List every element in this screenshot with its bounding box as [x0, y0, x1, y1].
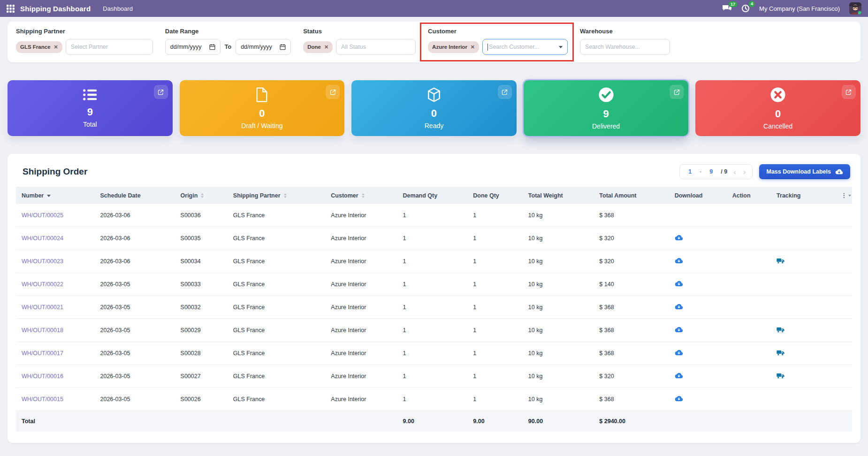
- status-input[interactable]: [336, 39, 416, 55]
- panel-title: Shipping Order: [23, 167, 87, 177]
- cell-origin: S00028: [175, 342, 228, 365]
- page-start[interactable]: 1: [685, 168, 694, 175]
- download-label-icon[interactable]: [675, 234, 683, 241]
- page-end[interactable]: 9: [707, 168, 716, 175]
- chevron-down-icon[interactable]: [559, 46, 563, 48]
- table-row[interactable]: WH/OUT/00017 2026-03-05 S00028 GLS Franc…: [16, 342, 852, 365]
- col-shipping-partner[interactable]: Shipping Partner: [228, 187, 325, 204]
- cell-schedule-date: 2026-03-05: [95, 296, 175, 319]
- external-link-icon[interactable]: [326, 85, 340, 99]
- col-demand-qty[interactable]: Demand Qty: [397, 187, 468, 204]
- stat-label: Cancelled: [763, 122, 792, 130]
- shipping-partner-input[interactable]: [66, 39, 153, 55]
- download-label-icon[interactable]: [675, 395, 683, 402]
- col-done-qty[interactable]: Done Qty: [467, 187, 523, 204]
- tracking-truck-icon[interactable]: [777, 327, 784, 333]
- col-download[interactable]: Download: [669, 187, 727, 204]
- filter-label: Customer: [428, 28, 568, 35]
- stat-card-delivered[interactable]: 9 Delivered: [524, 80, 689, 136]
- cell-schedule-date: 2026-03-05: [95, 273, 175, 296]
- tag-remove-icon[interactable]: ✕: [54, 44, 58, 50]
- mass-download-labels-button[interactable]: Mass Download Labels: [759, 164, 850, 179]
- avatar[interactable]: [849, 2, 861, 15]
- download-label-icon[interactable]: [675, 349, 683, 356]
- table-row[interactable]: WH/OUT/00015 2026-03-05 S00026 GLS Franc…: [16, 388, 852, 411]
- sort-icon: [201, 193, 204, 198]
- col-number[interactable]: Number: [16, 187, 95, 204]
- table-row[interactable]: WH/OUT/00021 2026-03-05 S00032 GLS Franc…: [16, 296, 852, 319]
- download-label-icon[interactable]: [675, 372, 683, 379]
- col-customer[interactable]: Customer: [325, 187, 397, 204]
- tag-customer[interactable]: Azure Interior ✕: [428, 41, 479, 53]
- total-amount: $ 2940.00: [594, 411, 669, 432]
- table-row[interactable]: WH/OUT/00016 2026-03-05 S00027 GLS Franc…: [16, 365, 852, 388]
- col-total-weight[interactable]: Total Weight: [523, 187, 594, 204]
- chevron-left-icon[interactable]: ‹: [732, 168, 737, 176]
- download-label-icon[interactable]: [675, 257, 683, 264]
- filter-warehouse: Warehouse: [580, 28, 670, 55]
- external-link-icon[interactable]: [842, 85, 856, 99]
- sort-desc-icon: [47, 195, 51, 197]
- stat-card-cancelled[interactable]: 0 Cancelled: [695, 80, 860, 136]
- order-number-link[interactable]: WH/OUT/00016: [22, 373, 63, 380]
- warehouse-input[interactable]: [580, 39, 670, 55]
- col-total-amount[interactable]: Total Amount: [594, 187, 669, 204]
- cell-done-qty: 1: [467, 388, 523, 411]
- tag-remove-icon[interactable]: ✕: [471, 44, 475, 50]
- date-to-input[interactable]: dd/mm/yyyy: [236, 39, 291, 55]
- external-link-icon[interactable]: [670, 85, 684, 99]
- cell-total-amount: $ 140: [594, 273, 669, 296]
- col-tracking[interactable]: Tracking: [771, 187, 835, 204]
- tracking-truck-icon[interactable]: [777, 258, 784, 264]
- cell-done-qty: 1: [467, 250, 523, 273]
- order-number-link[interactable]: WH/OUT/00021: [22, 304, 63, 311]
- order-number-link[interactable]: WH/OUT/00022: [22, 281, 63, 288]
- col-options-toggle[interactable]: ⋮: [835, 187, 852, 204]
- col-origin[interactable]: Origin: [175, 187, 228, 204]
- date-from-input[interactable]: dd/mm/yyyy: [165, 39, 221, 55]
- order-number-link[interactable]: WH/OUT/00015: [22, 396, 63, 403]
- order-number-link[interactable]: WH/OUT/00024: [22, 235, 63, 242]
- download-label-icon[interactable]: [675, 326, 683, 333]
- activities-button[interactable]: 4: [741, 4, 750, 13]
- table-row[interactable]: WH/OUT/00025 2026-03-06 S00036 GLS Franc…: [16, 204, 852, 227]
- tag-remove-icon[interactable]: ✕: [324, 44, 328, 50]
- cell-done-qty: 1: [467, 365, 523, 388]
- table-row[interactable]: WH/OUT/00022 2026-03-05 S00033 GLS Franc…: [16, 273, 852, 296]
- col-action[interactable]: Action: [727, 187, 771, 204]
- nav-dashboard[interactable]: Dashboard: [103, 5, 133, 12]
- download-label-icon[interactable]: [675, 280, 683, 287]
- tag-status[interactable]: Done ✕: [303, 41, 333, 53]
- cell-demand-qty: 1: [397, 273, 468, 296]
- stat-card-draft-waiting[interactable]: 0 Draft / Waiting: [180, 80, 345, 136]
- stat-card-total[interactable]: 9 Total: [8, 80, 173, 136]
- tag-shipping-partner[interactable]: GLS France ✕: [16, 41, 62, 53]
- chevron-right-icon[interactable]: ›: [742, 168, 747, 176]
- table-row[interactable]: WH/OUT/00018 2026-03-05 S00029 GLS Franc…: [16, 319, 852, 342]
- tracking-truck-icon[interactable]: [777, 350, 784, 356]
- external-link-icon[interactable]: [498, 85, 512, 99]
- col-schedule-date[interactable]: Schedule Date: [95, 187, 175, 204]
- order-number-link[interactable]: WH/OUT/00023: [22, 258, 63, 265]
- customer-search-input[interactable]: Search Customer...: [482, 39, 568, 55]
- download-label-icon[interactable]: [675, 303, 683, 310]
- company-name[interactable]: My Company (San Francisco): [759, 5, 840, 12]
- online-status-dot: [857, 10, 861, 15]
- external-link-icon[interactable]: [154, 85, 168, 99]
- cell-done-qty: 1: [467, 273, 523, 296]
- apps-grid-icon[interactable]: [7, 5, 15, 13]
- cell-demand-qty: 1: [397, 204, 468, 227]
- x-circle-icon: [770, 87, 786, 105]
- order-number-link[interactable]: WH/OUT/00018: [22, 327, 63, 334]
- table-row[interactable]: WH/OUT/00024 2026-03-06 S00035 GLS Franc…: [16, 227, 852, 250]
- order-number-link[interactable]: WH/OUT/00017: [22, 350, 63, 357]
- stat-card-ready[interactable]: 0 Ready: [351, 80, 517, 136]
- cell-shipping-partner: GLS France: [228, 388, 325, 411]
- messages-button[interactable]: 17: [722, 5, 732, 13]
- app-title[interactable]: Shipping Dashboard: [20, 5, 91, 13]
- tag-label: GLS France: [20, 44, 51, 50]
- tracking-truck-icon[interactable]: [777, 372, 784, 379]
- order-number-link[interactable]: WH/OUT/00025: [22, 212, 63, 219]
- table-row[interactable]: WH/OUT/00023 2026-03-06 S00034 GLS Franc…: [16, 250, 852, 273]
- cell-customer: Azure Interior: [325, 250, 397, 273]
